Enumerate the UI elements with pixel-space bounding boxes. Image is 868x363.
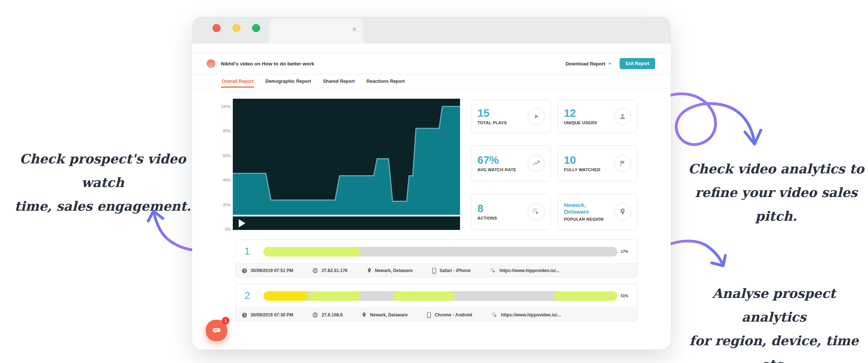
minimize-window-button[interactable] bbox=[232, 24, 241, 32]
clock-icon bbox=[242, 312, 247, 318]
report-header: Nikhil's video on How to do better work … bbox=[192, 53, 671, 74]
stat-card-fully-watched: 10 FULLY WATCHED bbox=[558, 145, 637, 182]
tab-close-icon[interactable]: × bbox=[352, 26, 357, 33]
watch-progress-segment bbox=[263, 247, 361, 257]
location-pin-icon bbox=[367, 268, 372, 274]
watch-progress-segment bbox=[554, 291, 617, 301]
axis-tick: 20% bbox=[214, 203, 231, 207]
viewer-device-value: Chrome - Android bbox=[435, 312, 472, 318]
browser-window: × Nikhil's video on How to do better wor… bbox=[192, 17, 671, 349]
stat-value: 15 bbox=[477, 108, 507, 119]
watch-percent-label: 51% bbox=[621, 294, 633, 298]
click-icon bbox=[528, 203, 545, 220]
viewer-device: Chrome - Android bbox=[427, 312, 472, 318]
location-pin-icon bbox=[362, 312, 367, 318]
viewer-location-value: Newark, Delaware bbox=[375, 268, 413, 273]
tab-demographic-report[interactable]: Demographic Report bbox=[265, 75, 312, 88]
marketing-graphic: Check prospect's video watch time, sales… bbox=[0, 0, 868, 363]
stat-value: 67% bbox=[477, 155, 516, 166]
maximize-window-button[interactable] bbox=[252, 24, 260, 32]
download-report-label: Download Report bbox=[565, 61, 605, 67]
mobile-device-icon bbox=[427, 312, 431, 318]
watch-progress-bar bbox=[263, 247, 617, 257]
chevron-down-icon: ▼ bbox=[608, 62, 612, 66]
stat-label: TOTAL PLAYS bbox=[477, 120, 507, 125]
chat-bubble-icon bbox=[212, 326, 221, 335]
viewer-row[interactable]: 1 17% 30/09/2019 07:51 PM 27.62.51.176 bbox=[235, 240, 637, 277]
watch-progress-segment bbox=[393, 291, 455, 301]
tab-overall-report[interactable]: Overall Report bbox=[221, 75, 254, 88]
stat-card-unique-users: 12 UNIQUE USERS bbox=[558, 100, 637, 133]
viewer-device: Safari - iPhone bbox=[432, 268, 471, 274]
viewer-source-url[interactable]: https://www.hippovideo.io/... bbox=[491, 312, 561, 318]
viewer-device-value: Safari - iPhone bbox=[440, 268, 471, 273]
viewer-ip-value: 27.62.51.176 bbox=[321, 268, 347, 273]
annotation-line: Check video analytics to bbox=[684, 157, 868, 181]
viewer-source-url[interactable]: https://www.hippovideo.io/... bbox=[490, 268, 559, 274]
report-title: Nikhil's video on How to do better work bbox=[221, 61, 314, 67]
viewer-details: 30/09/2019 07:30 PM 27.6.108.6 Newark, D… bbox=[236, 308, 637, 322]
right-arrow-head bbox=[712, 255, 725, 266]
stat-card-popular-region: Newark, Delaware POPULAR REGION bbox=[558, 194, 637, 230]
viewer-ip-value: 27.6.108.6 bbox=[321, 312, 343, 318]
axis-tick: 100% bbox=[214, 104, 231, 109]
globe-icon bbox=[312, 312, 318, 318]
watch-progress-bar bbox=[263, 291, 617, 301]
clock-icon bbox=[242, 268, 247, 274]
viewer-url-value[interactable]: https://www.hippovideo.io/... bbox=[501, 312, 561, 318]
click-source-icon bbox=[490, 268, 496, 274]
annotation-left: Check prospect's video watch time, sales… bbox=[3, 147, 202, 218]
play-icon bbox=[528, 108, 545, 125]
axis-tick: 0% bbox=[214, 227, 231, 231]
player-play-icon bbox=[239, 219, 245, 227]
viewer-location-value: Newark, Delaware bbox=[370, 312, 408, 318]
watch-time: 30/09/2019 07:30 PM bbox=[242, 312, 293, 318]
browser-chrome: × bbox=[192, 17, 671, 44]
download-report-dropdown[interactable]: Download Report ▼ bbox=[565, 61, 612, 67]
tab-shared-report[interactable]: Shared Report bbox=[322, 75, 355, 88]
stat-card-avg-watch-rate: 67% AVG WATCH RATE bbox=[471, 145, 551, 182]
axis-tick: 40% bbox=[214, 178, 231, 182]
user-icon bbox=[614, 108, 631, 125]
watch-progress-segment bbox=[263, 291, 308, 301]
chat-unread-badge: 1 bbox=[222, 317, 229, 325]
annotation-right-top: Check video analytics to refine your vid… bbox=[684, 157, 868, 228]
viewer-url-value[interactable]: https://www.hippovideo.io/... bbox=[500, 268, 559, 273]
browser-tab[interactable]: × bbox=[269, 19, 363, 44]
globe-icon bbox=[312, 268, 318, 274]
stat-value: Newark, Delaware bbox=[564, 202, 604, 215]
viewer-index: 1 bbox=[236, 240, 259, 263]
stats-grid: 15 TOTAL PLAYS 12 UNIQUE USERS 67% bbox=[471, 100, 637, 230]
click-source-icon bbox=[491, 312, 498, 318]
annotation-line: refine your video sales pitch. bbox=[684, 181, 868, 228]
stat-label: AVG WATCH RATE bbox=[477, 167, 516, 172]
watch-time-value: 30/09/2019 07:51 PM bbox=[251, 268, 293, 273]
exit-report-button[interactable]: Exit Report bbox=[620, 58, 655, 69]
stat-card-total-plays: 15 TOTAL PLAYS bbox=[471, 100, 551, 133]
viewer-row[interactable]: 2 51% 30/09/2019 07:30 PM 27.6.108.6 Ne bbox=[235, 284, 637, 322]
viewer-location: Newark, Delaware bbox=[362, 312, 408, 318]
annotation-line: time, sales engagement. bbox=[3, 194, 202, 218]
watch-time: 30/09/2019 07:51 PM bbox=[242, 268, 293, 274]
watch-progress-segment bbox=[308, 291, 361, 301]
chat-widget-button[interactable]: 1 bbox=[206, 320, 227, 341]
close-window-button[interactable] bbox=[212, 24, 221, 32]
annotation-line: Analyse prospect analytics bbox=[680, 282, 868, 329]
flag-icon bbox=[614, 155, 631, 172]
watch-rate-axis: 100% 80% 60% 40% 20% 0% bbox=[214, 104, 231, 231]
loop-arrow-head bbox=[745, 130, 761, 144]
stat-label: UNIQUE USERS bbox=[564, 120, 597, 125]
annotation-line: Check prospect's video watch bbox=[3, 147, 202, 194]
stat-label: ACTIONS bbox=[477, 216, 497, 221]
axis-tick: 60% bbox=[214, 153, 231, 158]
stat-value: 8 bbox=[477, 203, 497, 214]
tab-reactions-report[interactable]: Reactions Report bbox=[366, 75, 406, 88]
hippo-logo-icon bbox=[206, 59, 216, 68]
trend-icon bbox=[528, 155, 545, 172]
video-player[interactable] bbox=[233, 99, 460, 230]
pin-icon bbox=[614, 203, 631, 220]
viewer-index: 2 bbox=[236, 284, 259, 308]
watch-time-value: 30/09/2019 07:30 PM bbox=[251, 312, 293, 318]
axis-tick: 80% bbox=[214, 129, 231, 133]
stat-value: 10 bbox=[564, 155, 600, 166]
